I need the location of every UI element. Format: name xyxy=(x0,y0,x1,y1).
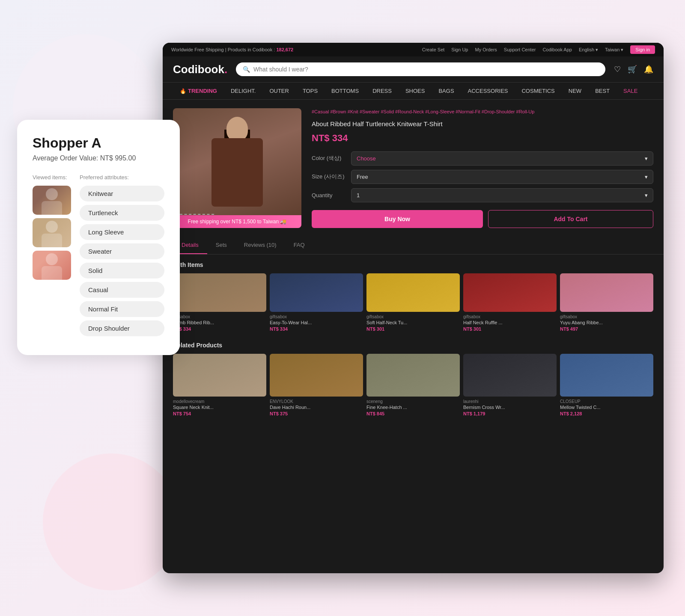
with-item-1-thumb[interactable] xyxy=(173,273,266,312)
related-item-2-price: NT$ 375 xyxy=(270,411,363,416)
product-price: NT$ 334 xyxy=(312,133,653,144)
nav-cosmetics[interactable]: COSMETICS xyxy=(515,83,561,99)
related-item-2: ENVYLOOK Dave Hachi Roun... NT$ 375 xyxy=(270,354,363,416)
shopper-columns: Viewed items: Preferred attributes: Knit… xyxy=(33,174,164,340)
related-item-2-seller: ENVYLOOK xyxy=(270,399,363,404)
tab-reviews[interactable]: Reviews (10) xyxy=(235,237,285,254)
nav-trending[interactable]: TRENDING xyxy=(173,83,224,99)
related-item-5-thumb[interactable] xyxy=(560,354,653,397)
quantity-label: Quantity xyxy=(312,192,346,198)
sign-up-link[interactable]: Sign Up xyxy=(451,47,468,52)
notification-icon[interactable]: 🔔 xyxy=(644,65,653,74)
attr-long-sleeve: Long Sleeve xyxy=(80,224,164,240)
cart-icon[interactable]: 🛒 xyxy=(628,65,637,74)
nav-accessories[interactable]: ACCESSORIES xyxy=(461,83,515,99)
with-item-4-thumb[interactable] xyxy=(463,273,557,312)
color-select[interactable]: Choose ▾ xyxy=(351,151,653,166)
related-item-1-thumb[interactable] xyxy=(173,354,266,397)
with-item-5-name: Yuyu Abang Ribbe... xyxy=(560,320,653,325)
quantity-value: 1 xyxy=(357,192,360,198)
with-items-section: With Items giftsabox Comb Ribbed Rib... … xyxy=(163,255,664,338)
nav-best[interactable]: BEST xyxy=(588,83,616,99)
support-center-link[interactable]: Support Center xyxy=(504,47,536,52)
related-item-2-name: Dave Hachi Roun... xyxy=(270,405,363,410)
related-item-3-price: NT$ 845 xyxy=(366,411,460,416)
connector-line xyxy=(180,214,214,215)
region-select[interactable]: Taiwan ▾ xyxy=(605,47,623,53)
wishlist-icon[interactable]: ♡ xyxy=(614,65,621,74)
with-item-4-price: NT$ 301 xyxy=(463,326,557,332)
related-products-title: Related Products xyxy=(173,342,653,349)
background-blob-bottom xyxy=(43,453,180,590)
search-input[interactable] xyxy=(253,66,599,73)
sign-in-button[interactable]: Sign in xyxy=(630,45,655,54)
with-item-3: giftsabox Soft Half-Neck Tu... NT$ 301 xyxy=(366,273,460,332)
nav-bar: TRENDING DELIGHT. OUTER TOPS BOTTOMS DRE… xyxy=(163,83,664,100)
related-item-3: sceneng Fine Knee-Hatch ... NT$ 845 xyxy=(366,354,460,416)
nav-outer[interactable]: OUTER xyxy=(262,83,296,99)
logo: Codibook. xyxy=(173,63,227,76)
with-item-5-price: NT$ 497 xyxy=(560,326,653,332)
nav-dress[interactable]: DRESS xyxy=(366,83,399,99)
with-item-4-name: Half Neck Ruffle ... xyxy=(463,320,557,325)
size-select[interactable]: Free ▾ xyxy=(351,170,653,184)
search-bar[interactable]: 🔍 xyxy=(236,62,605,76)
related-item-5-price: NT$ 2,128 xyxy=(560,411,653,416)
utility-right: Create Set Sign Up My Orders Support Cen… xyxy=(422,45,655,54)
product-tabs: Details Sets Reviews (10) FAQ xyxy=(163,237,664,255)
attr-casual: Casual xyxy=(80,282,164,298)
related-item-4-price: NT$ 1,179 xyxy=(463,411,557,416)
utility-bar: Worldwide Free Shipping | Products in Co… xyxy=(163,43,664,56)
codibook-app-link[interactable]: Codibook App xyxy=(542,47,572,52)
nav-bottoms[interactable]: BOTTOMS xyxy=(325,83,366,99)
with-item-3-thumb[interactable] xyxy=(366,273,460,312)
viewed-items-list xyxy=(33,186,71,280)
viewed-thumb-3 xyxy=(33,251,71,280)
header: Codibook. 🔍 ♡ 🛒 🔔 xyxy=(163,56,664,83)
my-orders-link[interactable]: My Orders xyxy=(475,47,497,52)
viewed-thumb-2 xyxy=(33,218,71,247)
with-item-5-thumb[interactable] xyxy=(560,273,653,312)
related-item-1: modellovecream Square Neck Knit... NT$ 7… xyxy=(173,354,266,416)
attr-drop-shoulder: Drop Shoulder xyxy=(80,320,164,336)
related-item-4-thumb[interactable] xyxy=(463,354,557,397)
with-items-title: With Items xyxy=(173,261,653,268)
with-items-row: giftsabox Comb Ribbed Rib... NT$ 334 gif… xyxy=(173,273,653,332)
browser-window: Worldwide Free Shipping | Products in Co… xyxy=(163,43,664,573)
with-item-1: giftsabox Comb Ribbed Rib... NT$ 334 xyxy=(173,273,266,332)
related-item-4-seller: laurenhi xyxy=(463,399,557,404)
nav-new[interactable]: NEW xyxy=(562,83,588,99)
related-item-2-thumb[interactable] xyxy=(270,354,363,397)
product-title: About Ribbed Half Turtleneck Knitwear T-… xyxy=(312,120,653,127)
quantity-select[interactable]: 1 ▾ xyxy=(351,188,653,202)
with-item-2-seller: giftsabox xyxy=(270,314,363,319)
with-item-2: giftsabox Easy-To-Wear Hal... NT$ 334 xyxy=(270,273,363,332)
size-option-row: Size (사이즈) Free ▾ xyxy=(312,170,653,184)
related-item-3-thumb[interactable] xyxy=(366,354,460,397)
chevron-down-icon: ▾ xyxy=(645,155,648,162)
related-item-4-name: Bernism Cross Wr... xyxy=(463,405,557,410)
add-to-cart-button[interactable]: Add To Cart xyxy=(488,210,653,228)
nav-delight[interactable]: DELIGHT. xyxy=(224,83,263,99)
with-item-2-name: Easy-To-Wear Hal... xyxy=(270,320,363,325)
tab-faq[interactable]: FAQ xyxy=(285,237,313,254)
nav-sale[interactable]: SALE xyxy=(616,83,644,99)
with-item-2-thumb[interactable] xyxy=(270,273,363,312)
with-item-3-price: NT$ 301 xyxy=(366,326,460,332)
nav-tops[interactable]: TOPS xyxy=(296,83,325,99)
with-item-5-seller: giftsabox xyxy=(560,314,653,319)
attr-normal-fit: Normal Fit xyxy=(80,301,164,317)
nav-bags[interactable]: BAGS xyxy=(432,83,461,99)
related-products-section: Related Products modellovecream Square N… xyxy=(163,338,664,423)
related-item-5: CLOSEUP Mellow Twisted C... NT$ 2,128 xyxy=(560,354,653,416)
related-item-3-seller: sceneng xyxy=(366,399,460,404)
related-item-1-name: Square Neck Knit... xyxy=(173,405,266,410)
tab-sets[interactable]: Sets xyxy=(207,237,235,254)
buy-now-button[interactable]: Buy Now xyxy=(312,210,483,228)
language-select[interactable]: English ▾ xyxy=(579,47,598,53)
attr-solid: Solid xyxy=(80,263,164,278)
create-set-link[interactable]: Create Set xyxy=(422,47,445,52)
preferred-label: Preferred attributes: xyxy=(80,174,164,181)
chevron-down-icon-2: ▾ xyxy=(645,174,648,180)
nav-shoes[interactable]: SHOES xyxy=(399,83,432,99)
